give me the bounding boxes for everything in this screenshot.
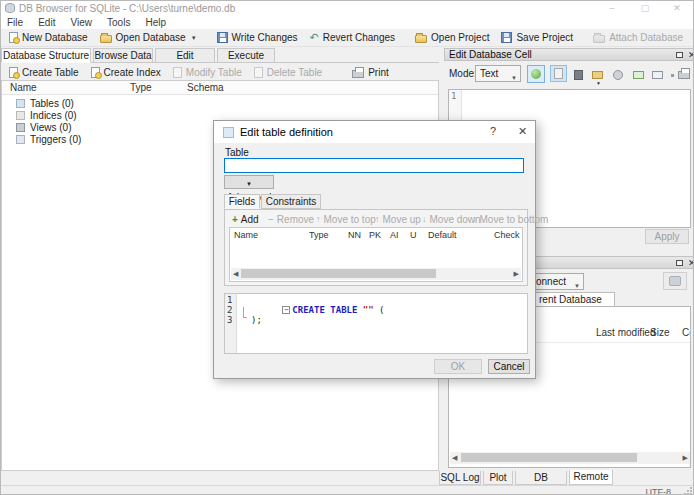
- menu-help[interactable]: Help: [139, 16, 172, 29]
- close-database-button[interactable]: ✕ Close Database: [689, 29, 694, 46]
- col-check[interactable]: Check: [494, 230, 520, 240]
- dialog-close-icon[interactable]: ✕: [518, 125, 527, 138]
- minimize-button[interactable]: –: [599, 1, 625, 15]
- tab-fields[interactable]: Fields: [224, 194, 260, 209]
- menu-edit[interactable]: Edit: [32, 16, 61, 29]
- modify-table-button[interactable]: Modify Table: [167, 64, 248, 81]
- attach-database-button[interactable]: Attach Database: [587, 29, 689, 46]
- col-name[interactable]: Name: [234, 230, 258, 240]
- maximize-button[interactable]: ▢: [632, 1, 658, 15]
- move-up-button[interactable]: ↑ Move up: [372, 212, 424, 226]
- tab-constraints[interactable]: Constraints: [261, 194, 321, 209]
- open-database-button[interactable]: Open Database ▼: [94, 29, 203, 46]
- tab-sql-log[interactable]: SQL Log: [439, 471, 481, 485]
- print-button[interactable]: Print: [346, 64, 395, 81]
- scroll-left-icon[interactable]: ◀: [452, 453, 457, 463]
- float-panel-icon[interactable]: [676, 52, 683, 58]
- overflow-button[interactable]: [670, 68, 676, 82]
- move-to-bottom-button[interactable]: ↓ Move to bottom: [469, 212, 551, 226]
- structure-toolbar: Create Table Create Index Modify Table D…: [1, 64, 438, 81]
- save-project-icon: [501, 32, 512, 43]
- col-pk[interactable]: PK: [369, 230, 381, 240]
- scrollbar-thumb[interactable]: [461, 453, 637, 462]
- float-panel-icon[interactable]: [676, 260, 683, 266]
- triggers-icon: [16, 135, 25, 144]
- null-cell-button[interactable]: [632, 68, 646, 82]
- word-wrap-toggle[interactable]: [527, 65, 545, 83]
- sql-preview-editor[interactable]: 1 2 3 −CREATE TABLE "" ( );: [224, 293, 528, 354]
- sql-gutter: 1 2 3: [225, 294, 237, 353]
- help-icon[interactable]: ?: [490, 125, 496, 137]
- tree-col-name[interactable]: Name: [10, 82, 37, 93]
- col-type[interactable]: Type: [309, 230, 329, 240]
- tree-col-schema[interactable]: Schema: [187, 82, 224, 93]
- horizontal-scrollbar[interactable]: ◀ ▶: [231, 268, 521, 280]
- col-u[interactable]: U: [410, 230, 417, 240]
- import-cell-button[interactable]: ▼: [591, 68, 605, 82]
- indices-icon: [16, 111, 25, 120]
- text-view-toggle[interactable]: [550, 65, 567, 82]
- mode-label: Mode:: [449, 68, 477, 79]
- tab-database-structure[interactable]: Database Structure: [1, 48, 91, 63]
- scroll-right-icon[interactable]: ▶: [683, 453, 688, 463]
- tab-db-schema[interactable]: DB Schema: [515, 471, 567, 485]
- advanced-button[interactable]: ▼ Advanced: [224, 175, 274, 189]
- create-index-icon: [91, 67, 100, 78]
- close-panel-icon[interactable]: ✕: [688, 49, 694, 61]
- scrollbar-thumb[interactable]: [241, 269, 436, 278]
- remote-col-last-modified[interactable]: Last modified: [596, 327, 655, 338]
- fullscreen-cell-button[interactable]: [651, 68, 665, 82]
- binary-view-toggle[interactable]: [572, 68, 586, 82]
- tree-col-type[interactable]: Type: [130, 82, 152, 93]
- export-cell-button[interactable]: [611, 68, 625, 82]
- remote-col-commit[interactable]: Comm: [682, 327, 691, 338]
- move-to-top-button[interactable]: ↑ Move to top: [313, 212, 379, 226]
- horizontal-scrollbar[interactable]: ◀ ▶: [450, 452, 690, 464]
- import-icon: [592, 71, 603, 79]
- fields-table: Name Type NN PK AI U Default Check ◀ ▶: [229, 227, 523, 282]
- tab-execute-sql[interactable]: Execute SQL: [217, 48, 275, 63]
- new-database-button[interactable]: New Database: [3, 29, 94, 46]
- arrow-down-icon: ↓: [422, 214, 427, 225]
- tab-browse-data[interactable]: Browse Data: [93, 48, 153, 63]
- col-ai[interactable]: AI: [390, 230, 399, 240]
- close-button[interactable]: ✕: [664, 1, 690, 15]
- main-toolbar: New Database Open Database ▼ Write Chang…: [1, 29, 693, 47]
- revert-changes-icon: ↶: [310, 32, 319, 43]
- apply-button[interactable]: Apply: [645, 229, 689, 244]
- add-field-button[interactable]: + Add: [229, 212, 262, 226]
- mode-select[interactable]: Text ▼: [475, 65, 521, 82]
- encoding-indicator[interactable]: UTF-8: [646, 487, 672, 495]
- col-nn[interactable]: NN: [348, 230, 361, 240]
- tree-item-tables[interactable]: Tables (0): [2, 97, 438, 109]
- menu-view[interactable]: View: [64, 16, 98, 29]
- text-view-icon: [554, 68, 563, 79]
- delete-table-icon: [254, 67, 263, 78]
- tab-remote[interactable]: Remote: [569, 470, 613, 485]
- cancel-button[interactable]: Cancel: [488, 359, 530, 374]
- print-cell-button[interactable]: [678, 68, 692, 82]
- scroll-left-icon[interactable]: ◀: [233, 269, 238, 279]
- fold-marker-icon[interactable]: −: [282, 306, 290, 314]
- tab-plot[interactable]: Plot: [483, 471, 513, 485]
- delete-table-button[interactable]: Delete Table: [248, 64, 328, 81]
- menu-tools[interactable]: Tools: [101, 16, 136, 29]
- close-panel-icon[interactable]: ✕: [688, 257, 694, 269]
- scroll-right-icon[interactable]: ▶: [514, 269, 519, 279]
- create-table-button[interactable]: Create Table: [3, 64, 85, 81]
- write-changes-icon: [217, 32, 228, 43]
- remote-col-size[interactable]: Size: [650, 327, 669, 338]
- resize-grip[interactable]: [684, 487, 692, 495]
- col-default[interactable]: Default: [428, 230, 457, 240]
- tab-edit-pragmas[interactable]: Edit Pragmas: [155, 48, 215, 63]
- open-project-button[interactable]: Open Project: [409, 29, 495, 46]
- create-index-button[interactable]: Create Index: [85, 64, 167, 81]
- save-project-button[interactable]: Save Project: [495, 29, 579, 46]
- write-changes-button[interactable]: Write Changes: [211, 29, 304, 46]
- remove-field-button[interactable]: − Remove: [265, 212, 317, 226]
- revert-changes-button[interactable]: ↶ Revert Changes: [304, 29, 401, 46]
- menu-file[interactable]: File: [1, 16, 29, 29]
- ok-button[interactable]: OK: [434, 359, 482, 374]
- table-name-input[interactable]: [224, 158, 524, 173]
- remote-connect-button[interactable]: [663, 272, 687, 290]
